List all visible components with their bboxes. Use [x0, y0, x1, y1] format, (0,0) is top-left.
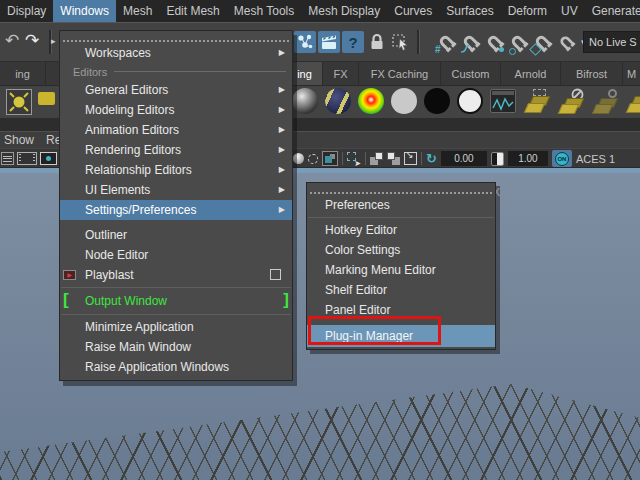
render-light-icon[interactable]: [6, 89, 32, 115]
menu-windows[interactable]: Windows: [53, 0, 116, 22]
layer-stack-disabled-icon[interactable]: [557, 88, 584, 114]
texture-display-icon[interactable]: [322, 151, 338, 166]
menu-item-general-editors[interactable]: General Editors▶: [60, 80, 292, 100]
submenu-item-color-settings[interactable]: Color Settings: [307, 240, 495, 260]
menu-item-rendering-editors[interactable]: Rendering Editors▶: [60, 140, 292, 160]
snap-together-icon[interactable]: [555, 31, 577, 53]
menu-item-minimize-application[interactable]: Minimize Application: [60, 317, 292, 337]
menu-tearoff-handle[interactable]: [63, 33, 289, 42]
item-label: Relationship Editors: [85, 163, 192, 177]
menu-generate[interactable]: Generate: [585, 0, 640, 22]
menu-display[interactable]: Display: [0, 0, 53, 22]
menu-deform[interactable]: Deform: [501, 0, 554, 22]
filmstrip-icon[interactable]: [17, 152, 37, 165]
node-graph-glyph: [296, 33, 314, 51]
shaded-material-ball-icon[interactable]: [292, 88, 318, 114]
item-label: Playblast: [85, 268, 134, 282]
submenu-arrow-icon: ▶: [279, 100, 285, 120]
panel-menu-show[interactable]: Show: [4, 133, 34, 147]
graph-editor-icon[interactable]: [490, 89, 516, 113]
submenu-arrow-icon: ▶: [279, 200, 285, 220]
camera-view-icon[interactable]: [40, 152, 57, 165]
item-label: Preferences: [325, 198, 390, 212]
submenu-item-marking-menu-editor[interactable]: Marking Menu Editor: [307, 260, 495, 280]
menu-item-animation-editors[interactable]: Animation Editors▶: [60, 120, 292, 140]
submenu-item-shelf-editor[interactable]: Shelf Editor: [307, 280, 495, 300]
menu-item-relationship-editors[interactable]: Relationship Editors▶: [60, 160, 292, 180]
live-surface-field[interactable]: No Live S: [583, 31, 640, 53]
menu-item-ui-elements[interactable]: UI Elements▶: [60, 180, 292, 200]
shelf-tab-fx-caching[interactable]: FX Caching: [358, 62, 440, 85]
exposure-field[interactable]: 0.00: [441, 151, 487, 166]
menu-item-raise-main-window[interactable]: Raise Main Window: [60, 337, 292, 357]
shelf-tab-custom[interactable]: Custom: [440, 62, 500, 85]
select-highlight-icon[interactable]: ➤: [347, 152, 361, 165]
menu-item-workspaces[interactable]: Workspaces▶: [60, 43, 292, 63]
gamma-field[interactable]: 1.00: [508, 151, 548, 166]
submenu-arrow-icon: ▶: [279, 160, 285, 180]
exposure-icon[interactable]: ↻: [426, 152, 437, 165]
shadows-icon[interactable]: [308, 154, 318, 164]
item-label: Rendering Editors: [85, 143, 181, 157]
menu-item-playblast[interactable]: ▶ Playblast: [60, 265, 292, 285]
shelf-tab-fx[interactable]: FX: [322, 62, 358, 85]
submenu-tearoff-handle[interactable]: [310, 185, 492, 194]
black-material-ball-icon[interactable]: [424, 88, 450, 114]
white-material-ball-icon[interactable]: [457, 88, 483, 114]
hypergraph-icon[interactable]: [294, 31, 316, 53]
menu-item-settings-preferences[interactable]: Settings/Preferences▶: [60, 200, 292, 220]
make-live-icon[interactable]: [531, 31, 553, 53]
shelf-item-icon[interactable]: [38, 92, 55, 105]
menu-item-output-window[interactable]: [ Output Window ]: [60, 290, 292, 312]
colorspace-label[interactable]: ACES 1: [576, 153, 615, 165]
expand-arrow-icon[interactable]: ▸: [51, 36, 56, 46]
shelf-tab-bifrost[interactable]: Bifrost: [560, 62, 622, 85]
striped-material-ball-icon[interactable]: [325, 88, 351, 114]
select-object-icon[interactable]: [390, 31, 412, 53]
menu-curves[interactable]: Curves: [387, 0, 439, 22]
submenu-item-hotkey-editor[interactable]: Hotkey Editor: [307, 220, 495, 240]
gamma-icon[interactable]: [491, 152, 504, 166]
menu-item-modeling-editors[interactable]: Modeling Editors▶: [60, 100, 292, 120]
snap-curve-icon[interactable]: [459, 31, 481, 53]
menu-mesh[interactable]: Mesh: [116, 0, 159, 22]
option-box-icon[interactable]: [270, 269, 281, 280]
section-label: Editors: [73, 66, 107, 78]
help-icon[interactable]: ?: [342, 31, 364, 53]
isolate-select-icon[interactable]: [370, 152, 383, 165]
color-management-toggle[interactable]: ON: [552, 150, 572, 167]
item-label: Output Window: [85, 294, 167, 308]
snap-point-icon[interactable]: [483, 31, 505, 53]
menu-surfaces[interactable]: Surfaces: [439, 0, 500, 22]
layer-stack-partial-icon[interactable]: [625, 88, 640, 114]
layer-stack-ghost-icon[interactable]: [591, 88, 618, 114]
menu-mesh-tools[interactable]: Mesh Tools: [227, 0, 301, 22]
layer-stack-icon[interactable]: [523, 88, 550, 114]
item-label: Workspaces: [85, 46, 151, 60]
menu-uv[interactable]: UV: [554, 0, 585, 22]
menu-item-raise-application-windows[interactable]: Raise Application Windows: [60, 357, 292, 377]
ramp-material-ball-icon[interactable]: [358, 88, 384, 114]
card-glyph: [592, 104, 613, 114]
redo-icon[interactable]: ↷: [25, 30, 39, 51]
undo-icon[interactable]: ↶: [5, 30, 19, 51]
layout-list-icon[interactable]: [1, 152, 14, 165]
lock-icon[interactable]: [366, 31, 388, 53]
menu-item-outliner[interactable]: Outliner: [60, 225, 292, 245]
snap-projected-center-icon[interactable]: [507, 31, 529, 53]
playblast-clapper-icon[interactable]: [318, 31, 340, 53]
gray-material-ball-icon[interactable]: [391, 88, 417, 114]
shelf-tab-partial-right[interactable]: M: [622, 62, 640, 85]
default-lighting-icon[interactable]: [293, 153, 304, 164]
vp-separator: [365, 152, 366, 165]
submenu-item-preferences[interactable]: Preferences: [307, 195, 495, 215]
shelf-tab-arnold[interactable]: Arnold: [500, 62, 560, 85]
menu-item-node-editor[interactable]: Node Editor: [60, 245, 292, 265]
menu-edit-mesh[interactable]: Edit Mesh: [159, 0, 226, 22]
maya-window: Display Windows Mesh Edit Mesh Mesh Tool…: [0, 0, 640, 480]
isolate-add-icon[interactable]: [387, 152, 400, 165]
menu-mesh-display[interactable]: Mesh Display: [301, 0, 387, 22]
shelf-tab-partial-left[interactable]: ing: [0, 62, 45, 85]
zoom-region-icon[interactable]: ↘: [404, 152, 417, 165]
snap-grid-icon[interactable]: #: [435, 31, 457, 53]
